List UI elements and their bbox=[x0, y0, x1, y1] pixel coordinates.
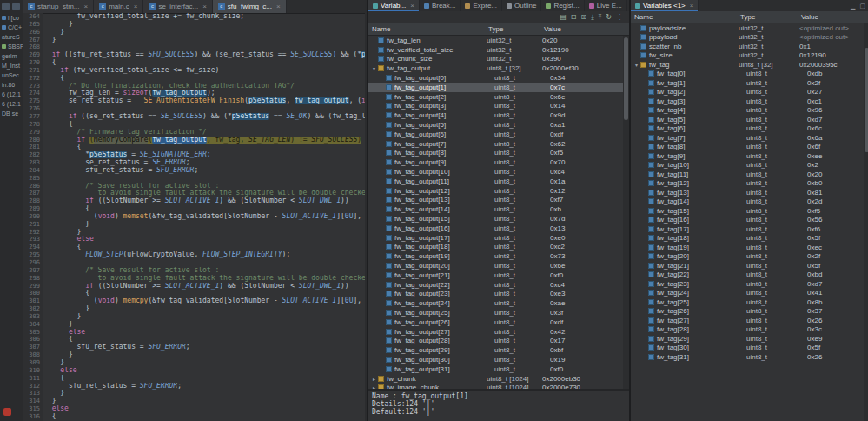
code-line[interactable]: 303 } bbox=[23, 313, 365, 321]
variables-2-scrollbar[interactable] bbox=[864, 23, 868, 421]
variable-row-fw_tag_output[15][interactable]: fw_tag_output[15]uint8_t0x7d bbox=[368, 214, 629, 224]
variable-row-fw_tag[12][interactable]: fw_tag[12]uint8_t0xb0 bbox=[631, 179, 868, 189]
line-number[interactable]: 311 bbox=[23, 375, 43, 383]
line-number[interactable]: 308 bbox=[23, 351, 43, 359]
view-menu-icon[interactable]: ⋮ bbox=[616, 12, 623, 23]
line-number[interactable]: 304 bbox=[23, 321, 43, 329]
view-tab-expre-[interactable]: Expre... bbox=[461, 0, 502, 11]
scrollbar-thumb[interactable] bbox=[624, 37, 628, 120]
variable-row-fw_tag[24][interactable]: fw_tag[24]uint8_t0x41 bbox=[631, 289, 868, 298]
code-line[interactable]: 283 se_ret_status = SE_ERROR; bbox=[23, 159, 365, 167]
export-icon[interactable]: ⤒ bbox=[599, 12, 602, 23]
code-line[interactable]: 277 if ((se_ret_status == SE_SUCCESS) &&… bbox=[23, 113, 365, 121]
code-line[interactable]: 309 } bbox=[23, 359, 365, 367]
view-tab-outline[interactable]: Outline bbox=[502, 0, 541, 11]
code-line[interactable]: 286 /* Save result for active slot : bbox=[23, 183, 365, 190]
variable-row-fw_chunk[interactable]: ▸fw_chunkuint8_t [1024]0x2000eb30 bbox=[368, 374, 629, 384]
variable-row-fw_tag[19][interactable]: fw_tag[19]uint8_t0xec bbox=[631, 243, 868, 252]
code-line[interactable]: 316 { bbox=[23, 413, 365, 421]
code-line[interactable]: 294 { bbox=[23, 244, 365, 251]
code-line[interactable]: 274 fw_tag_len = sizeof(fw_tag_output); bbox=[23, 90, 365, 97]
line-number[interactable]: 312 bbox=[23, 383, 43, 391]
line-number[interactable]: 285 bbox=[23, 175, 43, 183]
truncated-tree-item[interactable]: 6 (12.1 bbox=[0, 90, 23, 99]
close-icon[interactable]: × bbox=[410, 2, 414, 10]
code-line[interactable]: 278 { bbox=[23, 121, 365, 129]
variable-row-fw_tag_len[interactable]: fw_tag_lenuint32_t0x20 bbox=[368, 36, 629, 45]
variable-row-fw_tag[6][interactable]: fw_tag[6]uint8_t0x6c bbox=[631, 124, 868, 134]
code-line[interactable]: 304 } bbox=[23, 321, 365, 329]
variable-row-fw_chunk_size[interactable]: fw_chunk_sizeuint32_t0x390 bbox=[368, 55, 629, 64]
line-number[interactable]: 306 bbox=[23, 336, 43, 344]
line-number[interactable]: 273 bbox=[23, 83, 43, 90]
line-number[interactable]: 277 bbox=[23, 113, 43, 121]
line-number[interactable]: 266 bbox=[23, 29, 43, 37]
line-number[interactable]: 310 bbox=[23, 367, 43, 375]
variable-row-fw_tag_output[11][interactable]: fw_tag_output[11]uint8_t0x1a bbox=[368, 177, 629, 186]
truncated-tree-item[interactable]: M_Inst bbox=[0, 61, 23, 70]
line-number[interactable]: 268 bbox=[23, 43, 43, 51]
code-line[interactable]: 305 else bbox=[23, 329, 365, 337]
line-number[interactable]: 280 bbox=[23, 137, 43, 144]
expand-icon[interactable]: ▸ bbox=[370, 376, 378, 382]
view-tab-regist-[interactable]: Regist... bbox=[541, 0, 584, 11]
line-number[interactable]: 287 bbox=[23, 190, 43, 197]
variable-row-fw_tag[11][interactable]: fw_tag[11]uint8_t0x20 bbox=[631, 170, 868, 179]
code-line[interactable]: 287 to avoid single fault attack the sig… bbox=[23, 190, 365, 197]
close-tab-icon[interactable]: × bbox=[83, 3, 88, 10]
editor-tab-se_interfac-[interactable]: cse_interfac...× bbox=[143, 0, 212, 13]
variable-row-fw_tag[15][interactable]: fw_tag[15]uint8_t0xf5 bbox=[631, 206, 868, 216]
import-icon[interactable]: ⤓ bbox=[591, 12, 594, 23]
variable-row-fw_tag[30][interactable]: fw_tag[30]uint8_t0x5f bbox=[631, 344, 868, 353]
variable-row-fw_tag_output[4][interactable]: fw_tag_output[4]uint8_t0x9d bbox=[368, 110, 629, 120]
collapse-all-icon[interactable]: ⊟ bbox=[571, 12, 577, 23]
variable-row-fw_tag[2][interactable]: fw_tag[2]uint8_t0x27 bbox=[631, 88, 868, 97]
line-number[interactable]: 275 bbox=[23, 97, 43, 105]
code-line[interactable]: 314 } bbox=[23, 398, 365, 405]
collapse-icon[interactable]: ▾ bbox=[633, 62, 640, 68]
line-number[interactable]: 289 bbox=[23, 205, 43, 213]
code-line[interactable]: 292 } bbox=[23, 229, 365, 237]
code-line[interactable]: 264 fw_verified_total_size += fw_chunk_s… bbox=[23, 13, 365, 21]
variable-row-fw_tag_output[8][interactable]: fw_tag_output[8]uint8_t0xf5 bbox=[368, 149, 629, 158]
code-line[interactable]: 271 if (fw_verified_total_size <= fw_siz… bbox=[23, 67, 365, 75]
line-number[interactable]: 293 bbox=[23, 236, 43, 244]
truncated-tree-item[interactable]: atureS bbox=[0, 32, 23, 42]
line-number[interactable]: 297 bbox=[23, 267, 43, 275]
variable-row-fw_verified_total_size[interactable]: fw_verified_total_sizeuint32_t0x12190 bbox=[368, 45, 629, 55]
variable-row-fw_tag_output[13][interactable]: fw_tag_output[13]uint8_t0xf7 bbox=[368, 196, 629, 205]
variable-row-fw_tag[7][interactable]: fw_tag[7]uint8_t0x6a bbox=[631, 133, 868, 143]
view-tab-live-e-[interactable]: Live E... bbox=[585, 0, 627, 11]
variable-row-fw_tag_output[2][interactable]: fw_tag_output[2]uint8_t0x6e bbox=[368, 92, 629, 102]
line-number[interactable]: 279 bbox=[23, 129, 43, 137]
code-line[interactable]: 288 if ((SlotNumber >= SLOT_ACTIVE_1) &&… bbox=[23, 197, 365, 205]
code-line[interactable]: 291 } bbox=[23, 221, 365, 229]
variable-row-fw_tag_output[23][interactable]: fw_tag_output[23]uint8_t0xe3 bbox=[368, 290, 629, 299]
variable-row-ppayload[interactable]: ppayloaduint32_t<optimized out> bbox=[631, 33, 868, 43]
scrollbar-thumb[interactable] bbox=[865, 48, 868, 152]
line-number[interactable]: 300 bbox=[23, 290, 43, 297]
line-number[interactable]: 270 bbox=[23, 59, 43, 67]
variable-row-fw_tag[31][interactable]: fw_tag[31]uint8_t0x26 bbox=[631, 352, 868, 362]
variable-row-payloadsize[interactable]: payloadsizeuint32_t<optimized out> bbox=[631, 23, 868, 33]
variable-row-fw_tag_output[12][interactable]: fw_tag_output[12]uint8_t0x12 bbox=[368, 186, 629, 196]
line-number[interactable]: 298 bbox=[23, 275, 43, 283]
variable-row-fw_tag_output[29][interactable]: fw_tag_output[29]uint8_t0xbf bbox=[368, 345, 629, 355]
variable-row-fw_tag[23][interactable]: fw_tag[23]uint8_t0xd7 bbox=[631, 279, 868, 289]
variable-row-fw_image_chunk[interactable]: ▸fw_image_chunkuint8_t [1024]0x2000e730 bbox=[368, 383, 629, 389]
variable-row-fw_tag_output[1][interactable]: fw_tag_output[1]uint8_t0x7c bbox=[368, 83, 629, 92]
truncated-tree-item[interactable]: gerlm bbox=[0, 51, 23, 61]
line-number[interactable]: 267 bbox=[23, 37, 43, 44]
line-number[interactable]: 314 bbox=[23, 398, 43, 405]
editor-tab-sfu_fwimg_c-[interactable]: csfu_fwimg_c...× bbox=[213, 0, 287, 13]
code-line[interactable]: 301 (void) memcpy(&fw_tag_validated[Slot… bbox=[23, 297, 365, 305]
add-expression-icon[interactable]: ⊞ bbox=[581, 12, 587, 23]
variable-row-fw_tag_output[interactable]: ▾fw_tag_outputuint8_t [32]0x2000ef30 bbox=[368, 63, 629, 73]
truncated-tree-item[interactable]: unSec bbox=[0, 70, 23, 80]
line-number[interactable]: 276 bbox=[23, 105, 43, 113]
line-number[interactable]: 286 bbox=[23, 183, 43, 190]
variable-row-fw_tag_output[24][interactable]: fw_tag_output[24]uint8_t0xae bbox=[368, 298, 629, 308]
line-number[interactable]: 292 bbox=[23, 229, 43, 237]
editor-tab-startup_stm-[interactable]: cstartup_stm...× bbox=[23, 0, 94, 13]
code-line[interactable]: 265 } bbox=[23, 21, 365, 29]
